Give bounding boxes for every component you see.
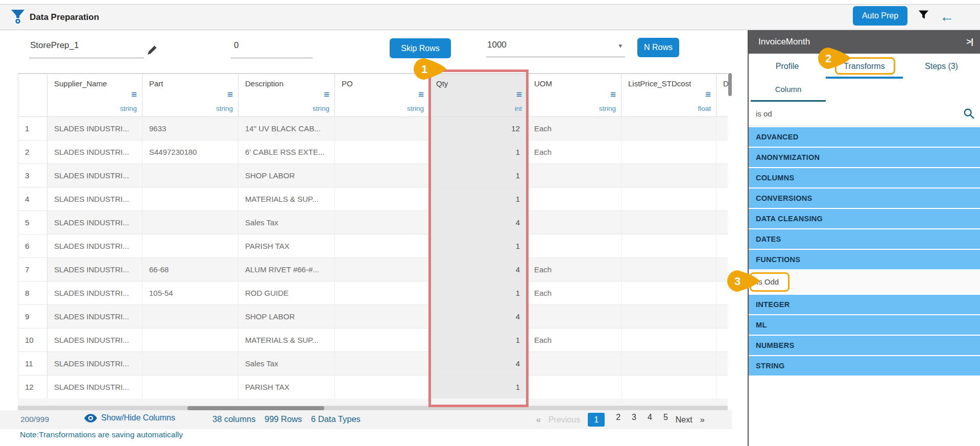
show-hide-columns-label: Show/Hide Columns (101, 413, 175, 422)
table-cell (142, 375, 238, 399)
table-row: 11SLADES INDUSTRI...Sales Tax4 (18, 352, 728, 375)
table-row: 2SLADES INDUSTRI...S44972301806' CABLE R… (18, 140, 728, 164)
n-rows-select[interactable]: 1000 ▾ (486, 36, 625, 57)
column-menu-icon[interactable]: ≡ (610, 89, 616, 99)
sidebar-tabs: ProfileTransformsSteps (3) (749, 54, 980, 79)
edit-pencil-icon[interactable] (146, 44, 158, 56)
grid-info: 38 columns 999 Rows 6 Data Types (212, 414, 367, 424)
table-cell: Each (528, 140, 622, 164)
table-cell: 12 (429, 117, 528, 140)
page-number-3[interactable]: 3 (632, 413, 636, 427)
first-page-arrow[interactable]: « (536, 415, 541, 425)
dataset-name-input[interactable] (29, 37, 144, 58)
table-cell (622, 234, 716, 258)
row-number-cell: 8 (18, 281, 47, 305)
previous-page-button[interactable]: Previous (548, 415, 580, 425)
next-page-button[interactable]: Next (676, 415, 692, 425)
table-cell: SLADES INDUSTRI... (47, 140, 142, 164)
table-row: 3SLADES INDUSTRI...SHOP LABOR1 (18, 164, 728, 187)
horizontal-scrollbar-thumb[interactable] (187, 406, 324, 410)
table-cell (622, 328, 716, 352)
transform-result-row[interactable]: Is Odd (749, 270, 980, 294)
tab-column[interactable]: Column (751, 79, 826, 102)
skip-rows-button[interactable]: Skip Rows (390, 38, 451, 58)
show-hide-columns-button[interactable]: Show/Hide Columns (84, 413, 175, 422)
column-header-rownum[interactable] (18, 74, 47, 117)
table-cell (335, 234, 429, 258)
table-cell: SLADES INDUSTRI... (47, 258, 142, 281)
table-cell: 4 (429, 352, 528, 375)
sidebar-header: InvoiceMonth >| (749, 30, 980, 54)
progress-count: 200/999 (20, 415, 49, 424)
tab-steps-3[interactable]: Steps (3) (903, 54, 980, 79)
row-number-cell: 12 (18, 375, 47, 399)
data-types-count: 6 Data Types (311, 414, 361, 424)
selected-column-title: InvoiceMonth (758, 30, 810, 54)
filter-icon[interactable] (918, 8, 929, 21)
tab-profile[interactable]: Profile (749, 54, 826, 79)
column-menu-icon[interactable]: ≡ (324, 89, 329, 99)
table-cell (716, 234, 728, 258)
column-menu-icon[interactable]: ≡ (516, 89, 522, 99)
table-body: 1SLADES INDUSTRI...963314" UV BLACK CAB.… (18, 117, 728, 399)
table-cell (335, 281, 429, 305)
table-header-row: Supplier_Name≡stringPart≡stringDescripti… (18, 74, 728, 117)
horizontal-scrollbar[interactable] (18, 406, 728, 410)
transform-category-data-cleansing[interactable]: DATA CLEANSING (749, 209, 980, 228)
transform-category-conversions[interactable]: CONVERSIONS (749, 189, 980, 208)
last-page-arrow[interactable]: » (700, 415, 705, 425)
table-cell (716, 164, 728, 187)
back-arrow-icon[interactable]: ← (940, 6, 954, 28)
search-icon[interactable] (963, 108, 974, 119)
row-number-cell: 10 (18, 328, 47, 352)
table-cell (622, 352, 716, 375)
column-header-listprice_stdcost[interactable]: ListPrice_STDcost≡float (622, 74, 716, 117)
n-rows-button[interactable]: N Rows (637, 38, 679, 57)
column-menu-icon[interactable]: ≡ (227, 89, 233, 99)
column-header-uom[interactable]: UOM≡string (528, 74, 622, 117)
table-cell: SLADES INDUSTRI... (47, 305, 142, 328)
table-cell: 14" UV BLACK CAB... (238, 117, 335, 140)
column-header-d[interactable]: D (716, 74, 728, 117)
table-cell (142, 234, 238, 258)
transform-category-integer[interactable]: INTEGER (749, 295, 980, 314)
auto-prep-button[interactable]: Auto Prep (853, 6, 907, 26)
table-row: 1SLADES INDUSTRI...963314" UV BLACK CAB.… (18, 117, 728, 140)
table-row: 9SLADES INDUSTRI...SHOP LABOR4 (18, 305, 728, 328)
table-cell (528, 375, 622, 399)
column-menu-icon[interactable]: ≡ (418, 89, 424, 99)
transform-category-advanced[interactable]: ADVANCED (749, 127, 980, 147)
transform-category-string[interactable]: STRING (749, 356, 980, 375)
transform-category-columns[interactable]: COLUMNS (749, 168, 980, 187)
transform-category-numbers[interactable]: NUMBERS (749, 336, 980, 355)
table-cell (142, 164, 238, 187)
transform-category-anonymization[interactable]: ANONYMIZATION (749, 148, 980, 167)
column-menu-icon[interactable]: ≡ (131, 89, 137, 99)
table-cell (142, 187, 238, 211)
page-number-1[interactable]: 1 (588, 413, 605, 427)
table-cell (622, 258, 716, 281)
transform-category-ml[interactable]: ML (749, 315, 980, 335)
table-cell (716, 211, 728, 234)
table-cell (716, 305, 728, 328)
column-title: PO (342, 79, 353, 88)
column-header-description[interactable]: Description≡string (238, 74, 335, 117)
transform-category-functions[interactable]: FUNCTIONS (749, 250, 980, 269)
transform-category-dates[interactable]: DATES (749, 229, 980, 249)
skip-rows-input[interactable] (231, 37, 313, 58)
transform-search-input[interactable] (756, 102, 950, 125)
column-header-part[interactable]: Part≡string (142, 74, 238, 117)
page-number-2[interactable]: 2 (616, 413, 620, 427)
table-cell (528, 164, 622, 187)
column-menu-icon[interactable]: ≡ (705, 89, 711, 99)
collapse-panel-icon[interactable]: >| (966, 30, 973, 54)
vertical-scrollbar-thumb[interactable] (728, 73, 732, 96)
row-number-cell: 1 (18, 117, 47, 140)
column-header-supplier_name[interactable]: Supplier_Name≡string (47, 74, 142, 117)
page-number-5[interactable]: 5 (663, 413, 668, 427)
svg-text:2: 2 (825, 52, 831, 65)
page-number-4[interactable]: 4 (648, 413, 652, 427)
table-cell: 1 (429, 187, 528, 211)
table-cell (142, 211, 238, 234)
table-cell (716, 258, 728, 281)
